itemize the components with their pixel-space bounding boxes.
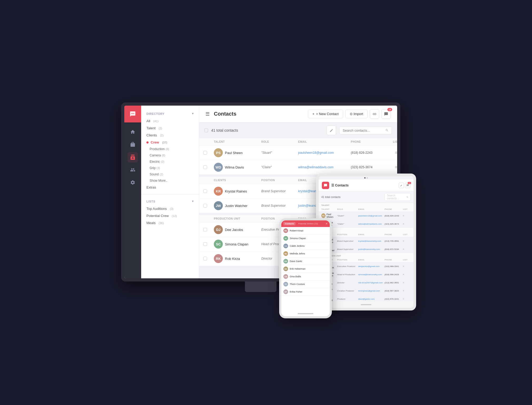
lists-chevron-icon: ▾ — [192, 200, 194, 203]
sidebar-crew-label: Crew — [151, 140, 159, 144]
sidebar-item-potential-crew[interactable]: Potential Crew (12) — [141, 212, 199, 219]
phone-tab-contacts[interactable]: Contacts — [283, 222, 295, 225]
sensor-dot — [367, 177, 368, 179]
col-production: PRODUCTION UNIT — [214, 217, 261, 220]
sidebar-sub-camera[interactable]: Camera (8) — [141, 152, 199, 159]
import-button[interactable]: ⊙ Import — [345, 110, 368, 118]
row-checkbox[interactable] — [203, 257, 214, 260]
contact-name: Dee Jacobs — [225, 228, 243, 232]
contact-role: "Claire" — [261, 165, 298, 169]
list-item[interactable]: DG Dave Gantz — [281, 258, 330, 265]
list-item[interactable]: EF Erika Fisher — [281, 288, 330, 296]
nav-settings-icon[interactable] — [127, 177, 138, 188]
tablet-badge: 12 — [408, 182, 411, 184]
tcol-phone: PHONE — [385, 208, 403, 210]
sidebar-extras-label: Extras — [146, 185, 156, 189]
contact-role: "Stuart" — [261, 151, 298, 155]
avatar: DJ — [214, 225, 223, 234]
avatar: GB — [283, 274, 288, 279]
sidebar-item-clients[interactable]: Clients (2) — [141, 132, 199, 139]
sidebar-item-meals[interactable]: Meals (36) — [141, 219, 199, 226]
new-contact-label: + New Contact — [316, 112, 339, 116]
col-position: POSITION — [261, 179, 298, 182]
sub-production-label: Production — [150, 147, 165, 151]
contact-name: Melinda Johns — [290, 252, 305, 255]
sidebar-item-crew[interactable]: Crew (37) — [141, 139, 199, 146]
list-item[interactable]: GB Gina Bailis — [281, 273, 330, 280]
sidebar-clients-count: (2) — [160, 134, 163, 137]
directory-label: DIRECTORY — [146, 112, 165, 115]
svg-point-0 — [131, 113, 132, 114]
tablet-search[interactable]: Search contacts... — [385, 193, 411, 201]
sidebar-sub-electric[interactable]: Electric (2) — [141, 159, 199, 165]
list-item[interactable]: SC Simona Clapan — [281, 235, 330, 242]
sidebar-item-top-auditions[interactable]: Top Auditions (3) — [141, 205, 199, 212]
select-all-checkbox[interactable] — [204, 129, 208, 132]
list-item[interactable]: RK Robert Kirazi — [281, 227, 330, 235]
contact-name: Erika Fisher — [290, 290, 302, 293]
sidebar-item-extras[interactable]: Extras — [141, 184, 199, 191]
contact-name: Caleb Jenkins — [290, 245, 305, 247]
sidebar-sub-grip[interactable]: Grip (3) — [141, 165, 199, 171]
list-item[interactable]: CJ Caleb Jenkins — [281, 242, 330, 250]
col-email: EMAIL — [298, 140, 351, 143]
avatar: PS — [321, 213, 326, 218]
nav-home-icon[interactable] — [127, 127, 138, 137]
phone-close-btn[interactable]: ✕ — [326, 222, 328, 225]
tablet-chat-btn[interactable]: 12 — [405, 183, 410, 188]
row-checkbox[interactable] — [203, 151, 214, 155]
menu-icon[interactable]: ☰ — [205, 111, 210, 117]
list-item[interactable]: MJ Melinda Johns — [281, 250, 330, 258]
phone-tab-potential[interactable]: Potential Writers (13) — [297, 222, 319, 225]
avatar: PS — [214, 148, 223, 157]
list-item: SCSimona Clapan Head of Production simon… — [319, 270, 413, 279]
row-checkbox[interactable] — [203, 204, 214, 208]
nav-briefcase-icon[interactable] — [127, 139, 138, 150]
search-input[interactable] — [343, 129, 383, 132]
tablet-table-content: TALENT TALENT ROLE EMAIL PHONE LIST PSPa… — [319, 203, 413, 302]
nav-contacts-icon[interactable] — [127, 152, 138, 162]
contact-name: Robert Kirazi — [290, 229, 303, 232]
app-logo[interactable] — [124, 106, 141, 122]
sub-camera-label: Camera — [150, 154, 161, 157]
sidebar-sub-sound[interactable]: Sound (2) — [141, 171, 199, 177]
contact-name: Simona Clapan — [225, 242, 248, 246]
sidebar-talent-label: Talent — [146, 126, 156, 130]
list-item[interactable]: TC Thom Couture — [281, 280, 330, 288]
row-checkbox[interactable] — [203, 242, 214, 246]
tablet-logo — [322, 182, 329, 189]
phone-home-indicator — [281, 311, 330, 316]
sidebar-item-all[interactable]: All (41) — [141, 117, 199, 125]
import-label: ⊙ Import — [350, 112, 363, 116]
tablet-production-header: PROD UNIT POSITION EMAIL PHONE LIST — [319, 258, 413, 262]
camera-dot — [364, 177, 366, 179]
nav-team-icon[interactable] — [127, 165, 138, 175]
row-checkbox[interactable] — [203, 165, 214, 169]
lists-header: LISTS ▾ — [141, 197, 199, 205]
top-auditions-label: Top Auditions — [146, 207, 167, 211]
sidebar-sub-production[interactable]: Production (8) — [141, 146, 199, 152]
new-contact-button[interactable]: + + New Contact — [308, 110, 343, 118]
row-checkbox[interactable] — [203, 189, 214, 193]
list-item: DGDave Gantz Producer dave@gantz.com (31… — [319, 295, 413, 302]
edit-icon-btn[interactable] — [327, 126, 336, 135]
contact-name: Justin Watcher — [225, 204, 248, 208]
link-button[interactable] — [370, 109, 379, 119]
contact-role: Brand Supervisor — [261, 189, 298, 193]
tablet-clients-label: CLIENTS — [319, 228, 413, 232]
tablet-edit-btn[interactable] — [399, 183, 404, 188]
avatar: MJ — [283, 251, 288, 256]
contact-name: Paul Sheen — [225, 151, 243, 155]
contact-role: Brand Supervisor — [261, 204, 298, 208]
row-checkbox[interactable] — [203, 228, 214, 231]
sidebar-sub-showmore[interactable]: Show More.. — [141, 177, 199, 184]
list-action-btn[interactable]: ≡ — [393, 164, 397, 170]
list-item[interactable]: EH Erik Hoberman — [281, 265, 330, 273]
contact-phone: (818) 826-2243 — [351, 151, 393, 155]
chat-badge: 12 — [387, 108, 392, 111]
col-clients: CLIENTS — [214, 179, 261, 182]
chat-button[interactable]: 12 — [381, 109, 391, 119]
list-action-btn[interactable]: ≡ — [393, 150, 397, 156]
contact-email: wilma@wilmaddavis.com — [298, 165, 351, 169]
sidebar-item-talent[interactable]: Talent (2) — [141, 125, 199, 132]
